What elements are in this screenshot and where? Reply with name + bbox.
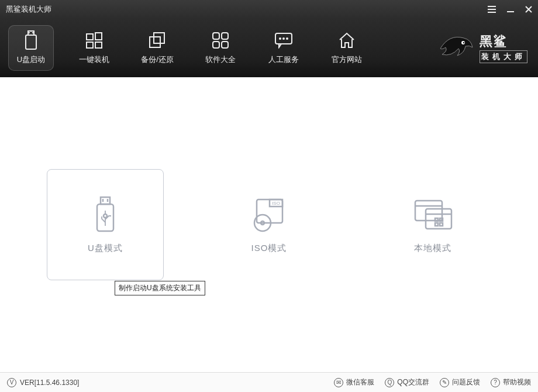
- svg-text:ISO: ISO: [272, 201, 280, 206]
- svg-rect-34: [435, 218, 438, 221]
- status-link-feedback[interactable]: ✎ 问题反馈: [440, 377, 480, 387]
- nav-item-backup-restore[interactable]: 备份/还原: [134, 25, 180, 71]
- window-title: 黑鲨装机大师: [6, 4, 51, 15]
- svg-rect-10: [213, 33, 219, 39]
- svg-rect-8: [154, 33, 164, 43]
- mode-label: ISO模式: [251, 243, 287, 254]
- svg-rect-13: [222, 42, 228, 48]
- windows-icon: [85, 31, 103, 50]
- nav-label: 备份/还原: [141, 54, 174, 65]
- local-mode-icon: [412, 196, 454, 233]
- version-icon: V: [7, 378, 16, 387]
- status-link-label: 帮助视频: [503, 377, 531, 387]
- nav-label: 软件大全: [205, 54, 236, 65]
- svg-point-19: [463, 42, 465, 44]
- status-link-label: QQ交流群: [397, 377, 429, 387]
- svg-rect-11: [222, 33, 228, 39]
- nav-item-software[interactable]: 软件大全: [198, 25, 243, 71]
- status-link-label: 微信客服: [346, 377, 374, 387]
- home-icon: [337, 31, 356, 50]
- svg-rect-1: [26, 35, 36, 49]
- status-link-wechat[interactable]: ✉ 微信客服: [334, 377, 374, 387]
- usb-icon: [24, 31, 38, 50]
- minimize-icon[interactable]: [506, 6, 515, 13]
- nav-item-usb-boot[interactable]: U盘启动: [8, 25, 54, 71]
- nav-label: 一键装机: [79, 54, 109, 65]
- mode-label: U盘模式: [88, 243, 123, 254]
- status-link-help[interactable]: ? 帮助视频: [491, 377, 531, 387]
- svg-rect-5: [95, 33, 102, 40]
- svg-point-17: [287, 38, 288, 39]
- titlebar: 黑鲨装机大师: [0, 0, 538, 19]
- svg-point-15: [280, 38, 281, 39]
- svg-rect-4: [87, 34, 93, 40]
- copy-icon: [148, 31, 167, 50]
- status-links: ✉ 微信客服 Q QQ交流群 ✎ 问题反馈 ? 帮助视频: [334, 377, 531, 387]
- version-label: VER[11.5.46.1330]: [20, 379, 79, 387]
- nav-label: U盘启动: [17, 54, 45, 65]
- status-link-label: 问题反馈: [452, 377, 480, 387]
- apps-icon: [212, 31, 229, 50]
- qq-icon: Q: [385, 378, 394, 387]
- tooltip-usb-mode: 制作启动U盘系统安装工具: [115, 281, 205, 295]
- nav-item-website[interactable]: 官方网站: [324, 25, 370, 71]
- nav-item-support[interactable]: 人工服务: [261, 25, 306, 71]
- svg-rect-36: [435, 223, 438, 226]
- main-area: U盘模式 ISO ISO模式 本地模式 制作启动U盘系统安装工具: [0, 77, 538, 372]
- chat-icon: [274, 31, 293, 50]
- usb-mode-icon: [94, 196, 117, 233]
- close-icon[interactable]: [525, 6, 532, 13]
- statusbar: V VER[11.5.46.1330] ✉ 微信客服 Q QQ交流群 ✎ 问题反…: [0, 372, 538, 392]
- brand-line1: 黑鲨: [480, 33, 527, 50]
- nav-item-one-click[interactable]: 一键装机: [71, 25, 117, 71]
- mode-card-usb[interactable]: U盘模式: [47, 169, 164, 280]
- svg-rect-7: [95, 42, 102, 48]
- menu-icon[interactable]: [488, 6, 496, 13]
- nav-items: U盘启动 一键装机 备份/还原 软件大全 人工服务: [8, 25, 370, 71]
- mode-card-local[interactable]: 本地模式: [374, 169, 491, 280]
- feedback-icon: ✎: [440, 378, 449, 387]
- svg-point-24: [104, 214, 107, 218]
- svg-rect-9: [150, 37, 160, 47]
- status-version: V VER[11.5.46.1330]: [7, 378, 79, 387]
- iso-mode-icon: ISO: [249, 196, 289, 233]
- wechat-icon: ✉: [334, 378, 343, 387]
- window-controls: [488, 6, 532, 13]
- brand-logo: 黑鲨 装机大师: [437, 31, 527, 65]
- svg-rect-20: [101, 197, 110, 204]
- svg-rect-12: [213, 42, 219, 48]
- nav-label: 官方网站: [332, 54, 362, 65]
- svg-point-16: [283, 38, 284, 39]
- mode-label: 本地模式: [414, 243, 451, 254]
- svg-rect-37: [440, 223, 443, 226]
- status-link-qq[interactable]: Q QQ交流群: [385, 377, 429, 387]
- svg-rect-6: [87, 42, 93, 48]
- shark-icon: [437, 31, 475, 65]
- help-icon: ?: [491, 378, 500, 387]
- brand-line2: 装机大师: [480, 50, 527, 63]
- nav-label: 人工服务: [268, 54, 299, 65]
- mode-card-iso[interactable]: ISO ISO模式: [211, 169, 327, 280]
- navbar: U盘启动 一键装机 备份/还原 软件大全 人工服务: [0, 19, 538, 77]
